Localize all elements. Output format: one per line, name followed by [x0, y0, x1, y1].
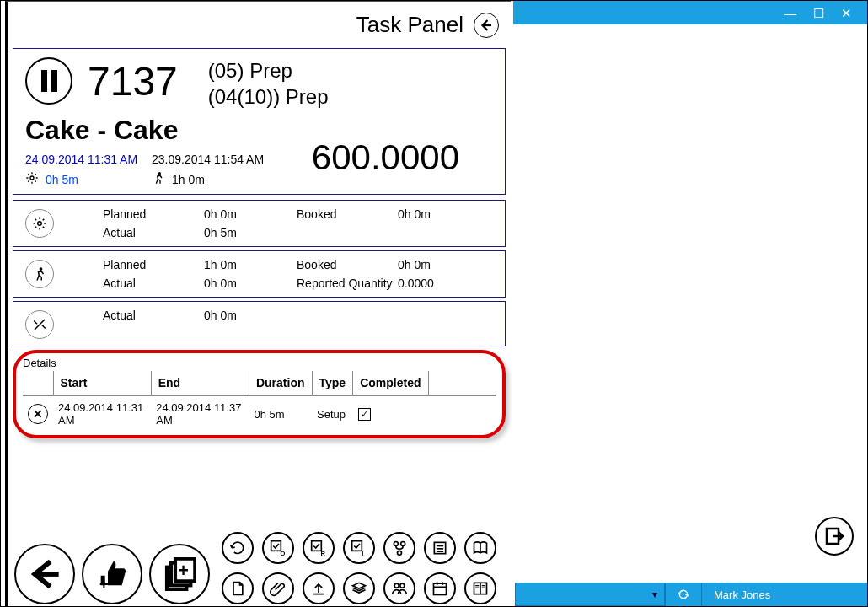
- minimize-icon[interactable]: —: [784, 7, 796, 19]
- label: Actual: [103, 309, 204, 322]
- svg-text:+: +: [178, 560, 189, 581]
- svg-point-25: [394, 583, 399, 588]
- col-completed[interactable]: Completed: [353, 371, 428, 395]
- cell-type: Setup: [312, 395, 353, 428]
- svg-rect-11: [271, 541, 281, 551]
- value: 0h 0m: [204, 277, 297, 290]
- delete-row-button[interactable]: ✕: [28, 404, 48, 424]
- planned-time: 23.09.2014 11:54 AM: [152, 153, 264, 166]
- setup-duration: 0h 5m: [46, 173, 78, 186]
- svg-text:I: I: [362, 550, 363, 556]
- gear-icon[interactable]: [25, 209, 54, 238]
- value: 0h 5m: [204, 226, 297, 239]
- label: Booked: [297, 207, 398, 221]
- label: Actual: [103, 226, 204, 239]
- window-titlebar: — ☐ ✕: [513, 1, 867, 24]
- gear-icon: [25, 171, 39, 187]
- calendar-button[interactable]: [424, 572, 456, 604]
- check-r-button[interactable]: R: [303, 532, 335, 564]
- svg-point-17: [394, 542, 398, 546]
- svg-point-2: [158, 172, 161, 175]
- task-panel: Task Panel 7137 (05) Prep (04(10)) Prep …: [5, 1, 511, 606]
- run-duration: 1h 0m: [172, 173, 205, 186]
- book-button[interactable]: [464, 532, 496, 564]
- operation-line-2: (04(10)) Prep: [208, 83, 329, 110]
- status-dropdown[interactable]: ▾: [515, 583, 665, 606]
- refresh-status-icon[interactable]: [665, 583, 701, 606]
- svg-point-19: [398, 551, 402, 555]
- panel-title: Task Panel: [356, 12, 463, 38]
- documents-button[interactable]: +: [149, 544, 210, 604]
- layers-button[interactable]: [343, 572, 375, 604]
- close-icon[interactable]: ✕: [841, 7, 852, 19]
- svg-rect-27: [434, 583, 447, 594]
- svg-text:R: R: [321, 550, 326, 556]
- pause-icon[interactable]: [25, 57, 72, 105]
- manual-button[interactable]: [464, 572, 496, 604]
- svg-point-3: [38, 222, 42, 226]
- label: Planned: [103, 207, 204, 221]
- cell-start: 24.09.2014 11:31 AM: [53, 395, 151, 428]
- attach-button[interactable]: [262, 572, 294, 604]
- col-type[interactable]: Type: [312, 371, 353, 395]
- check-i-button[interactable]: I: [343, 532, 375, 564]
- svg-text:O: O: [281, 550, 286, 556]
- setup-section: Planned 0h 0m Booked 0h 0m Actual 0h 5m: [13, 200, 506, 247]
- svg-rect-13: [312, 541, 322, 551]
- col-start[interactable]: Start: [53, 371, 151, 395]
- user-label[interactable]: Mark Jones: [701, 583, 867, 606]
- svg-point-1: [30, 176, 34, 180]
- details-title: Details: [23, 357, 496, 369]
- value: 0.0000: [398, 277, 474, 290]
- run-section: Planned 1h 0m Booked 0h 0m Actual 0h 0m …: [13, 250, 506, 298]
- completed-checkbox[interactable]: ✓: [358, 408, 371, 421]
- col-end[interactable]: End: [151, 371, 249, 395]
- maximize-icon[interactable]: ☐: [813, 7, 824, 19]
- approve-button[interactable]: +: [82, 544, 142, 604]
- operation-line-1: (05) Prep: [208, 57, 329, 83]
- svg-point-18: [401, 542, 405, 546]
- collapse-panel-button[interactable]: [474, 13, 499, 38]
- task-number: 7137: [88, 58, 178, 105]
- tools-icon[interactable]: [25, 310, 54, 339]
- cell-duration: 0h 5m: [249, 395, 312, 428]
- refresh-button[interactable]: [222, 532, 254, 564]
- page-button[interactable]: [222, 572, 254, 604]
- back-button[interactable]: [14, 544, 75, 604]
- run-icon[interactable]: [25, 260, 54, 288]
- value: 0h 0m: [398, 258, 474, 271]
- start-time: 24.09.2014 11:31 AM: [25, 153, 152, 166]
- upload-button[interactable]: [303, 572, 335, 604]
- check-o-button[interactable]: O: [262, 532, 294, 564]
- svg-text:+: +: [99, 575, 109, 591]
- value: 1h 0m: [204, 258, 297, 271]
- bottom-toolbar: + + O R I: [14, 532, 496, 604]
- users-button[interactable]: [383, 572, 415, 604]
- tools-section: Actual 0h 0m: [13, 301, 506, 346]
- label: Booked: [297, 258, 398, 271]
- col-duration[interactable]: Duration: [249, 371, 312, 395]
- cell-end: 24.09.2014 11:37 AM: [151, 395, 249, 428]
- exit-button[interactable]: [815, 517, 854, 556]
- link-button[interactable]: [383, 532, 415, 564]
- label: Actual: [103, 277, 204, 290]
- value: 0h 0m: [204, 207, 297, 221]
- label: Planned: [103, 258, 204, 271]
- panel-header: Task Panel: [13, 2, 506, 48]
- details-callout: Details Start End Duration Type Complete…: [13, 350, 506, 438]
- operation-lines: (05) Prep (04(10)) Prep: [208, 57, 329, 110]
- status-bar: ▾ Mark Jones: [515, 583, 867, 606]
- svg-point-4: [40, 268, 43, 271]
- table-row[interactable]: ✕ 24.09.2014 11:31 AM 24.09.2014 11:37 A…: [23, 395, 496, 428]
- value: 0h 0m: [204, 309, 297, 322]
- task-card: 7137 (05) Prep (04(10)) Prep Cake - Cake…: [13, 48, 506, 195]
- run-icon: [152, 171, 165, 187]
- details-table: Start End Duration Type Completed ✕ 24.0…: [23, 371, 496, 428]
- svg-rect-15: [352, 541, 362, 551]
- svg-point-26: [400, 583, 405, 588]
- list-button[interactable]: [424, 532, 456, 564]
- quantity-value: 600.0000: [312, 137, 459, 178]
- value: 0h 0m: [398, 207, 474, 221]
- label: Reported Quantity: [297, 277, 398, 290]
